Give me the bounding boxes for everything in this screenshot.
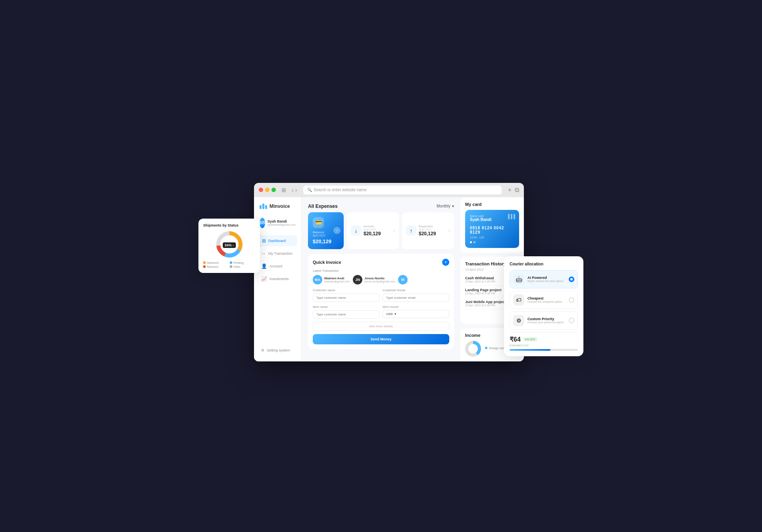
income-stat-info: Income April 2022 $20,129 bbox=[364, 225, 381, 236]
courier-ai-name: AI Powered bbox=[527, 276, 566, 280]
courier-popup-title: Courier allocation bbox=[510, 262, 578, 266]
income-next-icon[interactable]: › bbox=[393, 228, 395, 233]
cc-dot-1[interactable] bbox=[470, 241, 472, 243]
customer-name-input[interactable] bbox=[313, 294, 379, 302]
courier-option-cheapest[interactable]: 🏷 Cheapest Choose the cheapest option. bbox=[510, 291, 578, 309]
item-name-group: Item name bbox=[313, 305, 379, 319]
tx-info-1: Madrani Andi madrani@gmail.com bbox=[324, 277, 350, 283]
currency-value: USD bbox=[386, 312, 393, 316]
browser-actions: + ⧉ bbox=[508, 186, 519, 194]
expenses-stat-period: April 2022 bbox=[419, 228, 436, 231]
income-title: Income bbox=[465, 333, 481, 338]
tx-avatar-2[interactable]: JN bbox=[353, 275, 362, 284]
browser-window: ⊞ ‹ › 🔍 Search or enter website name + ⧉ bbox=[254, 183, 524, 361]
send-money-label: Send Money bbox=[370, 337, 391, 341]
transaction-label: My Transaction bbox=[268, 252, 292, 255]
address-text[interactable]: Search or enter website name bbox=[314, 188, 366, 192]
expenses-stat-card: ↑ Expenses April 2022 $20,129 › bbox=[402, 212, 454, 249]
dashboard-label: Dashboard bbox=[268, 239, 286, 243]
tx-avatar-1[interactable]: MA bbox=[313, 275, 322, 284]
custom-priority-icon: ⚙ bbox=[513, 315, 524, 326]
maximize-dot[interactable] bbox=[271, 188, 276, 192]
quick-invoice-section: Quick Invoice + Latest Transaction MA Ma… bbox=[308, 254, 454, 349]
browser-dots bbox=[259, 188, 276, 192]
minimize-dot[interactable] bbox=[265, 188, 269, 192]
courier-cheapest-info: Cheapest Choose the cheapest option. bbox=[527, 296, 566, 303]
sidebar-item-settings[interactable]: ⚙ Setting system bbox=[258, 346, 297, 355]
sidebar-item-investments[interactable]: 📈 Investments bbox=[258, 273, 297, 284]
forward-icon[interactable]: › bbox=[295, 187, 297, 193]
back-icon[interactable]: ‹ bbox=[292, 187, 294, 193]
brand-bar-1 bbox=[260, 205, 262, 209]
sidebar-item-dashboard[interactable]: ⊞ Dashboard bbox=[258, 235, 297, 246]
cost-label: Estimated Cost bbox=[510, 344, 578, 347]
income-stat-card: ↓ Income April 2022 $20,129 › bbox=[347, 212, 399, 249]
browser-nav: ‹ › bbox=[292, 187, 297, 193]
courier-ai-desc: Bilyite selects the best option. bbox=[527, 280, 566, 282]
brand-bar-3 bbox=[265, 205, 267, 209]
legend-dot-design bbox=[485, 347, 487, 349]
balance-period: April 2022 bbox=[313, 234, 339, 237]
sidebar: Minvoice SB Syah Bandi syahbandi@gmail.c… bbox=[254, 197, 302, 361]
expense-cards: 💳 Balance April 2022 $20,129 › ↓ Income … bbox=[308, 212, 454, 249]
copy-icon[interactable]: ⧉ bbox=[515, 186, 519, 194]
sidebar-toggle-icon[interactable]: ⊞ bbox=[281, 187, 286, 193]
sidebar-item-transaction[interactable]: ↔ My Transaction bbox=[258, 248, 297, 259]
chevron-down-icon: ▾ bbox=[452, 204, 454, 208]
add-details-label: Add more details bbox=[369, 325, 393, 328]
item-mount-label: Item mount bbox=[383, 305, 449, 309]
customer-name-group: Customer name bbox=[313, 288, 379, 302]
close-dot[interactable] bbox=[259, 188, 263, 192]
browser-bar: ⊞ ‹ › 🔍 Search or enter website name + ⧉ bbox=[254, 183, 524, 197]
browser-address-bar[interactable]: 🔍 Search or enter website name bbox=[303, 186, 501, 194]
courier-allocation-popup: Courier allocation 🤖 AI Powered Bilyite … bbox=[504, 256, 583, 356]
courier-cheapest-radio[interactable] bbox=[569, 297, 574, 303]
expenses-icon: ↑ bbox=[406, 225, 416, 236]
courier-custom-desc: Choose your preferred option. bbox=[527, 321, 566, 324]
item-mount-group: Item mount USD ▾ bbox=[383, 305, 449, 319]
form-row-1: Customer name Customer Email bbox=[313, 288, 449, 302]
balance-value: $20,129 bbox=[313, 238, 339, 244]
item-name-input[interactable] bbox=[313, 310, 379, 319]
courier-ai-radio[interactable] bbox=[569, 277, 574, 282]
donut-inner bbox=[468, 344, 478, 353]
all-expenses-title: All Expenses bbox=[308, 204, 338, 209]
cost-section: ₹64 4% OFF Estimated Cost bbox=[510, 332, 578, 351]
sidebar-item-account[interactable]: 👤 Account bbox=[258, 261, 297, 272]
new-tab-icon[interactable]: + bbox=[508, 186, 512, 194]
cost-amount: ₹64 bbox=[510, 336, 521, 343]
courier-custom-radio[interactable] bbox=[569, 318, 574, 323]
expenses-stat-info: Expenses April 2022 $20,129 bbox=[419, 225, 436, 236]
cost-row: ₹64 4% OFF bbox=[510, 336, 578, 343]
brand-bar-2 bbox=[262, 204, 264, 209]
cc-number: 0918 8124 0042 8129 bbox=[470, 226, 514, 234]
my-card-section: My card Name card Syah Bandi 0918 8124 0… bbox=[460, 197, 524, 253]
expenses-next-icon[interactable]: › bbox=[448, 228, 450, 233]
add-details-button[interactable]: Add more details bbox=[313, 322, 449, 331]
user-info: Syah Bandi syahbandi@gmail.com bbox=[267, 219, 296, 226]
courier-cheapest-name: Cheapest bbox=[527, 296, 566, 300]
cc-dot-2[interactable] bbox=[473, 241, 475, 243]
add-invoice-button[interactable]: + bbox=[442, 259, 449, 266]
settings-label: Setting system bbox=[267, 348, 290, 352]
tx-name-1: Madrani Andi bbox=[324, 277, 350, 280]
cc-indicator-dots bbox=[470, 241, 514, 243]
customer-email-input[interactable] bbox=[383, 294, 449, 302]
cost-bar-fill bbox=[510, 349, 550, 351]
courier-option-custom[interactable]: ⚙ Custom Priority Choose your preferred … bbox=[510, 311, 578, 330]
courier-custom-info: Custom Priority Choose your preferred op… bbox=[527, 317, 566, 324]
courier-option-ai[interactable]: 🤖 AI Powered Bilyite selects the best op… bbox=[510, 270, 578, 288]
cost-progress-bar bbox=[510, 349, 578, 351]
expenses-filter[interactable]: Monthly ▾ bbox=[437, 204, 454, 208]
balance-next-btn[interactable]: › bbox=[333, 227, 341, 234]
send-money-button[interactable]: Send Money bbox=[313, 334, 449, 344]
tx-info-2: Josua Nunito josua.nunito@gmail.com bbox=[364, 277, 395, 283]
balance-card: 💳 Balance April 2022 $20,129 › bbox=[308, 212, 344, 249]
currency-select[interactable]: USD ▾ bbox=[383, 310, 449, 318]
my-card-title: My card bbox=[465, 202, 519, 207]
tx-email-1: madrani@gmail.com bbox=[324, 280, 350, 283]
brand: Minvoice bbox=[258, 204, 297, 209]
expenses-filter-label: Monthly bbox=[437, 204, 450, 208]
legend-item-4: Other bbox=[230, 265, 255, 268]
tx-avatar-3[interactable]: M bbox=[398, 275, 408, 284]
